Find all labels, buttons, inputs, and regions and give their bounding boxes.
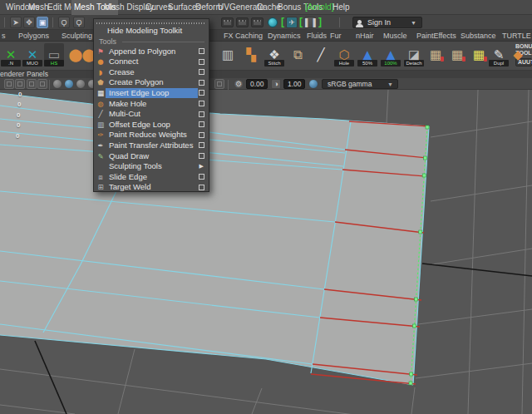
shelf-icon-100-label: 100% [381, 60, 401, 67]
menu-item-paint-transfer-attributes[interactable]: ✒Paint Transfer Attributes [94, 140, 209, 151]
option-box[interactable] [199, 185, 204, 190]
shelf-tab-fur[interactable]: Fur [330, 30, 342, 42]
shelf-tab-s[interactable]: s [2, 30, 6, 42]
menu-item-quad-draw[interactable]: ✎Quad Draw [94, 151, 209, 162]
panel-menu-panels[interactable]: Panels [27, 70, 48, 78]
render-icon[interactable] [221, 17, 234, 27]
component-select-icon[interactable]: ▣ [37, 17, 48, 28]
shelf-icon-hole[interactable]: ⬡Hole [334, 43, 354, 67]
exposure-field[interactable]: 0.00 [246, 79, 268, 89]
viewport-canvas[interactable] [0, 90, 532, 414]
menu-item-append-to-polygon[interactable]: ⚑Append to Polygon [94, 47, 209, 57]
playblast-icon[interactable]: ✈ [286, 17, 298, 28]
shaded-mode-icon[interactable] [64, 79, 74, 89]
shelf-icon-yellow-grid[interactable]: ▦ [469, 43, 489, 67]
gamma-field[interactable]: 1.00 [283, 79, 305, 89]
select-tool-icon[interactable]: ➤ [10, 17, 22, 28]
shelf-tab-turtle[interactable]: TURTLE [502, 30, 531, 42]
menu-item-make-hole[interactable]: ◍Make Hole [94, 99, 209, 110]
pane-layout-icon[interactable] [37, 79, 47, 89]
option-box[interactable] [199, 59, 204, 65]
option-box[interactable] [199, 101, 204, 106]
shelf-icon-50-label: 50% [357, 60, 377, 67]
option-box[interactable] [199, 80, 204, 86]
menu-item-slide-edge[interactable]: ⧈Slide Edge [94, 172, 209, 183]
shelf-icon-stitch[interactable]: ❖Stitch [264, 43, 284, 67]
shelf-icon-100[interactable]: ▲100% [381, 43, 401, 67]
shelf-icon-50[interactable]: ▲50% [357, 43, 377, 67]
menu-item-sculpting-tools[interactable]: Sculpting Tools▶ [94, 161, 209, 172]
shelf-icon-tiles[interactable]: ▚ [241, 43, 261, 67]
exposure-icon[interactable]: ⚙ [234, 79, 244, 89]
paint-select-icon[interactable]: Ϙ [73, 17, 85, 28]
shelf-tab-nhair[interactable]: nHair [356, 30, 374, 42]
four-pane-layout-icon[interactable] [15, 79, 25, 89]
shelf-icon-muo[interactable]: ✕MUO [22, 43, 42, 67]
gamma-icon[interactable]: ◑ [271, 79, 281, 89]
edge-count-label: 0 [18, 91, 22, 98]
option-box[interactable] [199, 69, 204, 75]
menu-item-icon: ◗ [95, 67, 106, 78]
option-box[interactable] [199, 153, 204, 159]
menu-item-connect[interactable]: ●Connect [94, 57, 209, 67]
shelf-tab-dynamics[interactable]: Dynamics [268, 30, 301, 42]
shelf-icon-pin-grid-2[interactable]: ▦ [447, 43, 467, 67]
panel-menu-enderer[interactable]: enderer [0, 70, 24, 78]
menu-item-insert-edge-loop[interactable]: ▦Insert Edge Loop [94, 88, 209, 99]
option-box[interactable] [199, 90, 204, 96]
view-transform-dropdown[interactable]: sRGB gamma ▼ [322, 79, 398, 89]
menu-item-offset-edge-loop[interactable]: ▥Offset Edge Loop [94, 120, 209, 131]
shelf-icon-knife[interactable]: ╱ [311, 43, 331, 67]
viewport[interactable]: 00000 [0, 90, 532, 414]
menu-tearoff-handle[interactable] [96, 22, 206, 24]
menu-item-multi-cut[interactable]: ╱Multi-Cut [94, 109, 209, 120]
shelf-tab-painteffects[interactable]: PaintEffects [416, 30, 456, 42]
option-box[interactable] [199, 121, 204, 127]
menu-item-target-weld[interactable]: ⊞Target Weld [94, 182, 209, 193]
render-settings-icon[interactable] [251, 17, 264, 27]
menu-item-paint-reduce-weights[interactable]: ✑Paint Reduce Weights [94, 130, 209, 140]
shelf-tab-polygons[interactable]: Polygons [18, 30, 49, 42]
menu-item-label: Crease [109, 67, 135, 78]
snapshot-icon[interactable]: ▌▐ [304, 17, 316, 28]
shelf-tab-fluids[interactable]: Fluids [307, 30, 327, 42]
shelf-tab-sculpting[interactable]: Sculpting [62, 30, 92, 42]
shelf-icon-diamond[interactable]: ◆ [508, 43, 528, 67]
shelf-icon-pin-grid-1[interactable]: ▦ [426, 43, 446, 67]
shelf-icon-door[interactable]: ▥ [218, 43, 238, 67]
shelf-tab-muscle[interactable]: Muscle [383, 30, 407, 42]
move-tool-icon[interactable]: ✥ [23, 17, 35, 28]
shelf-icon-snap-n[interactable]: ✕.N [1, 43, 21, 67]
panel-menubar: endererPanels [0, 71, 532, 78]
menu-item-icon: ⬟ [95, 77, 106, 88]
menu-item-hide-modeling-toolkit[interactable]: Hide Modeling Toolkit [94, 26, 209, 37]
lasso-tool-icon[interactable]: Ϙ [58, 17, 70, 28]
option-box[interactable] [199, 111, 204, 117]
ipr-render-icon[interactable] [236, 17, 249, 27]
red-pin-icon [462, 57, 466, 62]
render-view-icon[interactable] [268, 17, 278, 27]
shelf-tab-substance[interactable]: Substance [461, 30, 496, 42]
option-box[interactable] [199, 132, 204, 138]
shelf-icon-layer-plus[interactable]: ⧉ [288, 43, 308, 67]
shelf-icon-pin-grid-2-glyph: ▦ [447, 43, 467, 67]
bracket-left-icon: [ [281, 16, 284, 27]
sign-in-button[interactable]: Sign In ▼ [352, 17, 422, 28]
shelf-icon-snap-n-label: .N [1, 60, 21, 67]
option-box[interactable] [199, 142, 204, 148]
menu-item-crease[interactable]: ◗Crease [94, 67, 209, 78]
color-management-icon[interactable] [308, 79, 318, 89]
option-box[interactable] [199, 48, 204, 54]
textured-mode-icon[interactable] [76, 79, 86, 89]
isolate-select-icon[interactable] [214, 79, 224, 89]
menu-item-create-polygon[interactable]: ⬟Create Polygon [94, 77, 209, 88]
shelf-tab-fx-caching[interactable]: FX Caching [224, 30, 263, 42]
option-box[interactable] [199, 174, 204, 180]
shelf-icon-dupl[interactable]: ✎Dupl [489, 43, 509, 67]
shelf-icon-hs[interactable]: ▭HS [44, 43, 64, 67]
menubar-item-help[interactable]: Help [330, 0, 352, 15]
pane-layout-icon[interactable] [27, 79, 37, 89]
single-pane-layout-icon[interactable] [4, 79, 14, 89]
wireframe-mode-icon[interactable] [52, 79, 62, 89]
shelf-icon-detach[interactable]: ◪Detach [404, 43, 424, 67]
